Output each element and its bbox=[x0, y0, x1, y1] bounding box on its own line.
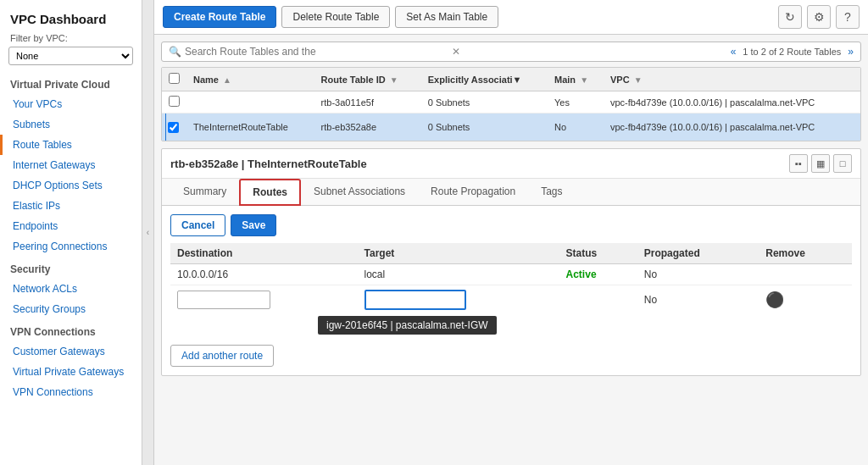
save-button[interactable]: Save bbox=[231, 214, 276, 236]
search-icon: 🔍 bbox=[169, 46, 181, 58]
tab-summary[interactable]: Summary bbox=[170, 179, 239, 206]
detail-tabs: Summary Routes Subnet Associations Route… bbox=[162, 179, 860, 206]
filter-vpc-select[interactable]: None bbox=[8, 47, 133, 65]
route-target-0: local bbox=[358, 264, 559, 285]
help-icon: ? bbox=[844, 10, 851, 24]
col-main[interactable]: Main ▼ bbox=[548, 68, 604, 91]
row-id-1: rtb-eb352a8e bbox=[314, 113, 421, 141]
search-prev[interactable]: « bbox=[731, 46, 737, 58]
row-vpc-1: vpc-fb4d739e (10.0.0.0/16) | pascalalma.… bbox=[604, 113, 860, 141]
route-row-0: 10.0.0.0/16 local Active No bbox=[170, 264, 852, 285]
row-main-0: Yes bbox=[548, 91, 604, 113]
search-input[interactable] bbox=[185, 46, 448, 58]
routes-content: Cancel Save Destination Target Status Pr… bbox=[162, 206, 860, 375]
detail-icon-3[interactable]: □ bbox=[833, 154, 852, 173]
create-route-table-button[interactable]: Create Route Table bbox=[163, 6, 276, 28]
detail-icon-1[interactable]: ▪▪ bbox=[789, 154, 808, 173]
table-row[interactable]: rtb-3a011e5f 0 Subnets Yes vpc-fb4d739e … bbox=[162, 91, 860, 113]
route-target-input-1[interactable] bbox=[364, 290, 466, 310]
content-area: 🔍 ✕ « 1 to 2 of 2 Route Tables » Name ▲ … bbox=[154, 35, 868, 465]
row-checkbox-0[interactable] bbox=[169, 96, 180, 107]
tab-tags[interactable]: Tags bbox=[528, 179, 575, 206]
col-propagated: Propagated bbox=[637, 243, 760, 264]
clear-search-icon[interactable]: ✕ bbox=[452, 46, 460, 58]
detail-section: rtb-eb352a8e | TheInternetRouteTable ▪▪ … bbox=[161, 148, 861, 376]
dropdown-suggestion[interactable]: igw-201e6f45 | pascalalma.net-IGW bbox=[318, 316, 497, 335]
row-vpc-0: vpc-fb4d739e (10.0.0.0/16) | pascalalma.… bbox=[604, 91, 860, 113]
sidebar-item-internet-gateways[interactable]: Internet Gateways bbox=[0, 155, 142, 175]
detail-icon-2[interactable]: ▦ bbox=[811, 154, 830, 173]
select-all-checkbox[interactable] bbox=[169, 73, 180, 84]
search-next[interactable]: » bbox=[848, 46, 854, 58]
detail-title: rtb-eb352a8e | TheInternetRouteTable bbox=[170, 158, 367, 170]
col-vpc[interactable]: VPC ▼ bbox=[604, 68, 860, 91]
tab-subnet-associations[interactable]: Subnet Associations bbox=[301, 179, 418, 206]
col-destination: Destination bbox=[170, 243, 358, 264]
route-tables-table-container: Name ▲ Route Table ID ▼ Explicitly Assoc… bbox=[161, 67, 861, 141]
route-status-0: Active bbox=[566, 268, 597, 280]
sidebar-item-subnets[interactable]: Subnets bbox=[0, 114, 142, 135]
sidebar-item-your-vpcs[interactable]: Your VPCs bbox=[0, 94, 142, 114]
col-explicitly[interactable]: Explicitly Associati▼ bbox=[421, 68, 548, 91]
row-name-0 bbox=[186, 91, 314, 113]
sidebar-item-dhcp-options[interactable]: DHCP Options Sets bbox=[0, 175, 142, 196]
gear-icon: ⚙ bbox=[814, 10, 825, 24]
sidebar-item-endpoints[interactable]: Endpoints bbox=[0, 216, 142, 236]
add-route-container: Add another route bbox=[170, 340, 852, 367]
route-propagated-1: No bbox=[637, 285, 760, 315]
row-color-indicator bbox=[165, 113, 166, 141]
vpc-section-title: Virtual Private Cloud bbox=[0, 72, 142, 94]
filter-label: Filter by VPC: bbox=[0, 30, 142, 45]
routes-table: Destination Target Status Propagated Rem… bbox=[170, 243, 852, 314]
row-name-1: TheInternetRouteTable bbox=[186, 113, 314, 141]
toolbar: Create Route Table Delete Route Table Se… bbox=[154, 0, 868, 35]
refresh-button[interactable]: ↻ bbox=[778, 5, 802, 29]
routes-actions: Cancel Save bbox=[170, 214, 852, 236]
route-remove-0 bbox=[759, 264, 852, 285]
tab-route-propagation[interactable]: Route Propagation bbox=[418, 179, 528, 206]
row-explicitly-1: 0 Subnets bbox=[421, 113, 548, 141]
route-destination-0: 10.0.0.0/16 bbox=[170, 264, 358, 285]
route-status-1 bbox=[559, 285, 637, 315]
route-row-1: No ⚫ bbox=[170, 285, 852, 315]
set-main-table-button[interactable]: Set As Main Table bbox=[395, 6, 498, 28]
tab-routes[interactable]: Routes bbox=[239, 179, 301, 206]
refresh-icon: ↻ bbox=[785, 10, 795, 24]
sidebar-item-network-acls[interactable]: Network ACLs bbox=[0, 279, 142, 299]
table-row[interactable]: TheInternetRouteTable rtb-eb352a8e 0 Sub… bbox=[162, 113, 860, 141]
toolbar-icons: ↻ ⚙ ? bbox=[778, 5, 860, 29]
route-tables-table: Name ▲ Route Table ID ▼ Explicitly Assoc… bbox=[162, 68, 860, 141]
sidebar-item-virtual-private-gateways[interactable]: Virtual Private Gateways bbox=[0, 362, 142, 382]
sidebar-item-peering-connections[interactable]: Peering Connections bbox=[0, 236, 142, 257]
vpn-section-title: VPN Connections bbox=[0, 319, 142, 341]
row-explicitly-0: 0 Subnets bbox=[421, 91, 548, 113]
row-checkbox-1[interactable] bbox=[168, 122, 179, 133]
add-route-button[interactable]: Add another route bbox=[170, 345, 274, 367]
sidebar-item-route-tables[interactable]: Route Tables bbox=[0, 135, 142, 155]
cancel-button[interactable]: Cancel bbox=[170, 214, 225, 236]
sidebar-item-elastic-ips[interactable]: Elastic IPs bbox=[0, 196, 142, 216]
detail-header: rtb-eb352a8e | TheInternetRouteTable ▪▪ … bbox=[162, 149, 860, 179]
target-dropdown: igw-201e6f45 | pascalalma.net-IGW bbox=[318, 314, 852, 335]
settings-button[interactable]: ⚙ bbox=[807, 5, 831, 29]
sidebar-item-vpn-connections[interactable]: VPN Connections bbox=[0, 382, 142, 402]
main-content: Create Route Table Delete Route Table Se… bbox=[154, 0, 868, 465]
row-id-0: rtb-3a011e5f bbox=[314, 91, 421, 113]
route-destination-input-1[interactable] bbox=[177, 291, 270, 309]
col-status: Status bbox=[559, 243, 637, 264]
search-bar: 🔍 ✕ « 1 to 2 of 2 Route Tables » bbox=[161, 42, 861, 62]
sidebar-item-customer-gateways[interactable]: Customer Gateways bbox=[0, 341, 142, 362]
delete-route-table-button[interactable]: Delete Route Table bbox=[281, 6, 390, 28]
help-button[interactable]: ? bbox=[836, 5, 860, 29]
sidebar-item-security-groups[interactable]: Security Groups bbox=[0, 299, 142, 319]
col-route-table-id[interactable]: Route Table ID ▼ bbox=[314, 68, 421, 91]
remove-route-button-1[interactable]: ⚫ bbox=[765, 291, 784, 309]
collapse-handle[interactable]: ‹ bbox=[142, 0, 154, 465]
col-remove: Remove bbox=[759, 243, 852, 264]
security-section-title: Security bbox=[0, 257, 142, 279]
col-target: Target bbox=[358, 243, 559, 264]
col-name[interactable]: Name ▲ bbox=[186, 68, 314, 91]
detail-icons: ▪▪ ▦ □ bbox=[789, 154, 852, 173]
route-propagated-0: No bbox=[637, 264, 760, 285]
row-main-1: No bbox=[548, 113, 604, 141]
